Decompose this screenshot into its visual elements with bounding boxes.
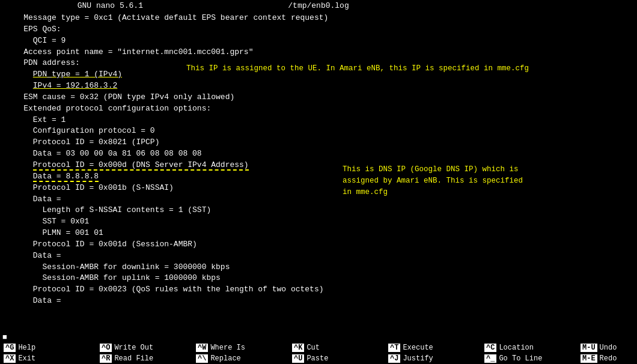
shortcut-key: ^C [484,344,496,352]
shortcut-item[interactable]: ^JJustify [385,354,481,363]
shortcut-label: Replace [210,354,240,363]
shortcut-label: Write Out [114,344,153,352]
editor-line: Data = [5,296,632,307]
main-content: Message type = 0xc1 (Activate default EP… [0,11,637,332]
shortcut-key: ^W [196,344,208,352]
editor-line: Data = [5,194,632,205]
shortcut-item[interactable]: ^RRead File [96,354,192,363]
shortcut-item[interactable]: ^GHelp [0,343,96,353]
editor-line: PLMN = 001 01 [5,228,632,239]
editor-line: Ext = 1 [5,115,632,126]
shortcut-item[interactable]: ^XExit [0,354,96,363]
shortcut-label: Location [499,344,534,352]
editor-line: Protocol ID = 0x001b (S-NSSAI) [5,183,632,194]
app-title: GNU nano 5.6.1 [6,1,215,10]
shortcut-item[interactable]: ^OWrite Out [96,343,192,353]
shortcut-label: Undo [600,344,617,352]
shortcut-item[interactable]: ^KCut [288,343,385,353]
shortcut-key: M-E [581,354,597,363]
editor-line: QCI = 9 [5,35,632,47]
status-bar: ■ [0,332,637,342]
shortcut-label: Execute [403,344,433,352]
editor-lines: Message type = 0xc1 (Activate default EP… [0,11,637,332]
shortcut-label: Exit [18,354,35,363]
editor-line: Configuration protocol = 0 [5,126,632,137]
shortcut-item[interactable]: ^CLocation [481,343,577,353]
editor-line: Data = 03 00 00 0a 81 06 08 08 08 08 [5,148,632,160]
shortcut-key: ^X [4,354,16,363]
editor-line: Protocol ID = 0x000d (DNS Server IPv4 Ad… [5,160,632,171]
shortcut-key: ^K [292,344,304,352]
shortcut-key: ^O [100,344,112,352]
shortcut-label: Redo [600,354,617,363]
editor-line: SST = 0x01 [5,216,632,228]
shortcut-key: ^R [100,354,112,363]
editor-line: Session-AMBR for downlink = 3000000 kbps [5,262,632,273]
shortcut-item[interactable]: M-ERedo [577,354,637,363]
shortcut-item[interactable]: ^UPaste [288,354,385,363]
editor-line: Data = [5,250,632,262]
editor-line: IPv4 = 192.168.3.2 [5,80,632,92]
shortcut-row-2: ^XExit^RRead File^\Replace^UPaste^JJusti… [0,353,637,364]
shortcut-key: ^J [388,354,400,363]
editor-line: Protocol ID = 0x0023 (QoS rules with the… [5,284,632,296]
shortcut-key: ^T [388,344,400,352]
annotation-dns: This is DNS IP (Google DNS IP) which isa… [343,164,523,198]
editor-line: Access point name = "internet.mnc001.mcc… [5,47,632,58]
shortcut-label: Paste [306,354,328,363]
editor-line: Protocol ID = 0x001d (Session-AMBR) [5,239,632,250]
shortcut-label: Where Is [210,344,245,352]
bottom-bar: ^GHelp^OWrite Out^WWhere Is^KCut^TExecut… [0,342,637,364]
shortcut-label: Justify [403,354,433,363]
title-right [422,1,631,10]
shortcut-key: ^\ [196,354,208,363]
editor-line: ESM cause = 0x32 (PDN type IPv4 only all… [5,92,632,103]
status-dot: ■ [2,333,7,342]
editor-line: Protocol ID = 0x8021 (IPCP) [5,137,632,148]
editor-line: Length of S-NSSAI contents = 1 (SST) [5,205,632,216]
file-name: /tmp/enb0.log [215,1,423,10]
shortcut-label: Go To Line [499,354,542,363]
shortcut-item[interactable]: M-UUndo [577,343,637,353]
shortcut-label: Cut [306,344,320,352]
shortcut-label: Help [18,344,35,352]
shortcut-key: M-U [581,344,597,352]
shortcut-item[interactable]: ^WWhere Is [192,343,288,353]
shortcut-key: ^_ [484,354,496,363]
shortcut-label: Read File [114,354,153,363]
editor-line: Session-AMBR for uplink = 1000000 kbps [5,273,632,284]
shortcut-key: ^G [4,344,16,352]
editor-line: EPS QoS: [5,24,632,35]
annotation-ip: This IP is assigned to the UE. In Amari … [186,64,529,73]
shortcut-item[interactable]: ^TExecute [385,343,481,353]
editor-line: Message type = 0xc1 (Activate default EP… [5,13,632,24]
shortcut-row-1: ^GHelp^OWrite Out^WWhere Is^KCut^TExecut… [0,342,637,353]
title-bar: GNU nano 5.6.1 /tmp/enb0.log [0,0,637,11]
shortcut-item[interactable]: ^_Go To Line [481,354,577,363]
shortcut-key: ^U [292,354,304,363]
editor-line: Extended protocol configuration options: [5,103,632,115]
editor-line: Data = 8.8.8.8 [5,171,632,183]
shortcut-item[interactable]: ^\Replace [192,354,288,363]
